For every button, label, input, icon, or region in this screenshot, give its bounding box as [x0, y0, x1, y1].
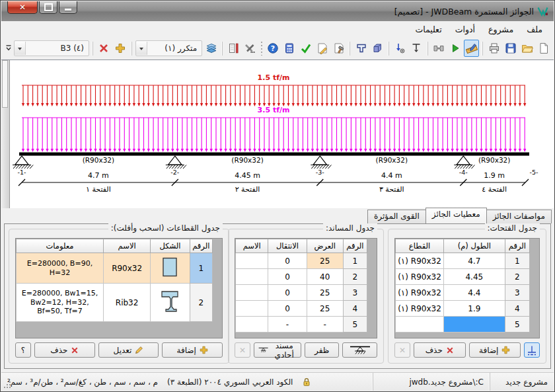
grid-cell[interactable]: E=280000, B=90, H=32	[17, 253, 104, 284]
grid-cell[interactable]: 0	[268, 301, 307, 317]
section-shape-cell[interactable]	[151, 253, 190, 284]
grid-cell[interactable]: 0	[268, 285, 307, 301]
column-header[interactable]: الرقم	[190, 239, 212, 253]
menu-help[interactable]: تعليمات	[409, 22, 447, 36]
column-header[interactable]: القطاع	[396, 239, 444, 253]
tab-acting-forces[interactable]: القوى المؤثرة	[367, 210, 426, 223]
grid-cell[interactable]: E=280000, Bw1=15, Bw2=12, H=32, Bf=50, T…	[17, 284, 104, 322]
grid-cell[interactable]: 1.9	[443, 301, 505, 317]
print-button[interactable]	[486, 40, 501, 57]
grid-cell[interactable]: 25	[307, 301, 343, 317]
calculator-button[interactable]	[281, 40, 297, 57]
maximize-button[interactable]	[39, 1, 57, 14]
add-beam-button[interactable]	[113, 40, 128, 57]
grid-cell[interactable]: R90x32 (١)	[396, 301, 444, 317]
grid-cell[interactable]: 40	[307, 269, 343, 285]
fixed-support-button[interactable]	[342, 342, 377, 358]
menu-tools[interactable]: أدوات	[449, 22, 481, 36]
column-header[interactable]: الاسم	[236, 239, 268, 253]
edit-section-button[interactable]: تعديل	[98, 342, 159, 358]
column-header[interactable]: الرقم	[505, 239, 529, 253]
column-header[interactable]: الشكل	[151, 239, 190, 253]
delete-span-button[interactable]: حذف	[414, 342, 466, 358]
grid-cell[interactable]: -	[268, 317, 307, 333]
column-header[interactable]: الانتقال	[268, 239, 307, 253]
toolbar-overflow-button[interactable]	[4, 40, 13, 56]
section-tee-button[interactable]	[353, 40, 369, 57]
scrollbar-thumb[interactable]	[2, 60, 8, 108]
grid-cell[interactable]	[236, 317, 268, 333]
section-shape-cell[interactable]	[151, 284, 190, 322]
load-case-combo[interactable]: متكرر (١)	[135, 40, 202, 56]
grid-cell[interactable]: 4	[505, 301, 529, 317]
beam-canvas[interactable]: 1.5 tf/m3.5 tf/m-1--2--3--4--5-(R90x32)(…	[1, 59, 554, 208]
grid-cell[interactable]	[236, 285, 268, 301]
resize-grip[interactable]	[3, 380, 12, 389]
delete-beam-button[interactable]	[96, 40, 112, 57]
chevron-down-icon[interactable]	[136, 42, 147, 55]
menu-file[interactable]: ملف	[521, 22, 548, 36]
column-header[interactable]: الرقم	[343, 239, 367, 253]
grid-cell[interactable]: 1	[505, 253, 529, 269]
column-ruler-button[interactable]	[226, 40, 241, 57]
grid-cell[interactable]: 0	[268, 269, 307, 285]
column-header[interactable]: الاسم	[103, 239, 150, 253]
chevron-down-icon[interactable]	[15, 42, 26, 55]
tab-beam-data[interactable]: معطيات الجائز	[426, 208, 487, 223]
beam-profile-button[interactable]	[431, 40, 447, 57]
add-span-button[interactable]: إضافة	[469, 342, 521, 358]
grid-cell[interactable]: 3	[505, 285, 529, 301]
span-axis-toggle-button[interactable]	[524, 342, 540, 358]
grid-cell[interactable]: R90x32	[103, 253, 150, 284]
sections-grid[interactable]: الرقمالشكلالاسممعلومات1R90x32E=280000, B…	[15, 238, 223, 338]
grid-cell[interactable]: R90x32 (١)	[396, 285, 444, 301]
grid-cell[interactable]: 4	[343, 301, 367, 317]
grid-cell[interactable]: 2	[343, 269, 367, 285]
menu-project[interactable]: مشروع	[482, 22, 519, 36]
grid-cell[interactable]: R90x32 (١)	[396, 253, 444, 269]
grid-cell[interactable]	[236, 253, 268, 269]
grid-cell[interactable]: 25	[307, 253, 343, 269]
single-support-button[interactable]: مسند أحادي	[254, 342, 301, 358]
column-header[interactable]: العرض	[307, 239, 343, 253]
new-document-button[interactable]	[536, 40, 551, 57]
support-level-button[interactable]	[409, 40, 424, 57]
canvas-scrollbar[interactable]	[1, 60, 10, 208]
grid-cell[interactable]: 1	[343, 253, 367, 269]
grid-cell[interactable]: 4.7	[443, 253, 505, 269]
grid-cell[interactable]: 25	[307, 285, 343, 301]
grid-cell[interactable]: 5	[505, 317, 529, 333]
cantilever-button[interactable]: ظفر	[305, 342, 339, 358]
tools-button[interactable]	[242, 40, 258, 57]
grid-cell[interactable]: R90x32 (١)	[396, 269, 444, 285]
check-button[interactable]	[298, 40, 313, 57]
open-folder-button[interactable]	[519, 40, 535, 57]
supports-grid[interactable]: الرقمالعرضالانتقالالاسم12502400325042505…	[235, 238, 377, 338]
grid-cell[interactable]: 0	[268, 253, 307, 269]
minimize-button[interactable]	[59, 1, 77, 14]
grid-cell[interactable]: Rib32	[103, 284, 150, 322]
run-button[interactable]	[448, 40, 463, 57]
grid-cell[interactable]	[236, 269, 268, 285]
load-layers-button[interactable]	[204, 40, 219, 57]
grid-cell[interactable]: 3	[343, 285, 367, 301]
grid-cell[interactable]	[236, 301, 268, 317]
help-button[interactable]: ?	[266, 40, 281, 57]
tab-beam-specs[interactable]: مواصفات الجائز	[486, 210, 552, 223]
section-3d-button[interactable]	[370, 40, 385, 57]
section-help-button[interactable]: ؟	[15, 342, 31, 358]
grid-cell[interactable]	[396, 317, 444, 333]
grid-cell[interactable]: 4.4	[443, 285, 505, 301]
grid-cell[interactable]: 5	[343, 317, 367, 333]
column-header[interactable]: معلومات	[17, 239, 104, 253]
grid-cell[interactable]: -	[307, 317, 343, 333]
close-button[interactable]: ✕	[7, 1, 38, 14]
grid-cell[interactable]: 2	[505, 269, 529, 285]
close-spans-button[interactable]: ✕	[394, 342, 410, 358]
design-mode-button[interactable]	[464, 40, 479, 57]
beam-selector-combo[interactable]: B3 (٤)	[14, 40, 89, 56]
column-header[interactable]: الطول (م)	[443, 239, 505, 253]
grid-cell[interactable]	[443, 317, 505, 333]
grid-cell[interactable]: 1	[190, 253, 212, 284]
support-settlement-button[interactable]	[392, 40, 408, 57]
